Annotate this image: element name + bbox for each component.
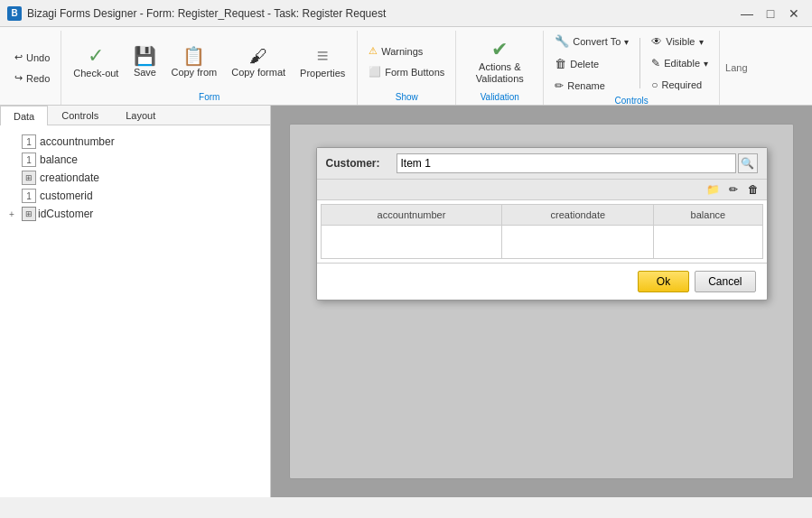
dialog-toolbar: 📁 ✏ 🗑 xyxy=(317,180,767,200)
item-label: balance xyxy=(40,153,78,166)
required-button[interactable]: ○ Required xyxy=(646,75,714,95)
form-canvas: Customer: 🔍 📁 ✏ 🗑 xyxy=(289,124,794,479)
ribbon-section-undoredo: Undo Redo xyxy=(4,31,61,105)
dialog-toolbar-btn3[interactable]: 🗑 xyxy=(745,181,761,198)
dialog-header: Customer: 🔍 xyxy=(317,148,767,180)
ribbon: Undo Redo ✓ Check-out 💾 Save xyxy=(0,27,812,106)
delete-icon: 🗑 xyxy=(555,57,566,70)
grid-table: accountnumber creationdate balance xyxy=(321,204,763,259)
actions-icon: ✔ xyxy=(491,38,508,61)
expander xyxy=(9,191,20,201)
copy-format-icon: 🖌 xyxy=(249,46,267,67)
redo-button[interactable]: Redo xyxy=(9,69,55,88)
checkout-button[interactable]: ✓ Check-out xyxy=(67,40,125,83)
item-label: customerid xyxy=(40,190,93,202)
dialog-search-button[interactable]: 🔍 xyxy=(738,153,758,173)
show-section-label: Show xyxy=(363,92,450,105)
dialog-toolbar-btn2[interactable]: ✏ xyxy=(725,181,742,198)
ribbon-section-lang: Lang xyxy=(720,31,752,105)
ribbon-section-show: ⚠ Warnings ⬜ Form Buttons Show xyxy=(358,31,456,105)
type-icon: ⊞ xyxy=(22,207,36,221)
ribbon-section-form: ✓ Check-out 💾 Save 📋 Copy from 🖌 Copy fo… xyxy=(61,31,358,105)
convert-icon: 🔧 xyxy=(555,34,569,48)
form-buttons-button[interactable]: ⬜ Form Buttons xyxy=(363,62,450,81)
convert-dropdown-icon xyxy=(624,36,629,47)
cell-creationdate xyxy=(502,226,654,259)
dialog-search-input[interactable] xyxy=(397,153,736,173)
convert-to-button[interactable]: 🔧 Convert To xyxy=(549,31,634,51)
tree-area: 1 accountnumber 1 balance ⊞ creationdate… xyxy=(0,125,270,497)
expander-icon: + xyxy=(9,209,20,219)
copy-from-button[interactable]: 📋 Copy from xyxy=(164,41,223,82)
cell-balance xyxy=(654,226,762,259)
actions-button[interactable]: ✔ Actions & Validations xyxy=(462,33,537,89)
rename-icon: ✏ xyxy=(555,79,564,92)
undo-icon xyxy=(14,51,23,63)
title-bar: B Bizagi Forms Designer - Form: Register… xyxy=(0,0,812,27)
list-item[interactable]: 1 balance xyxy=(7,151,263,169)
undo-button[interactable]: Undo xyxy=(9,48,55,67)
form-buttons-icon: ⬜ xyxy=(369,66,381,78)
dialog-box: Customer: 🔍 📁 ✏ 🗑 xyxy=(316,147,768,301)
window-title: Bizagi Forms Designer - Form: Register_R… xyxy=(27,7,736,20)
list-item[interactable]: 1 accountnumber xyxy=(7,133,263,151)
editable-icon: ✎ xyxy=(651,57,660,69)
redo-icon xyxy=(14,72,23,84)
visible-icon: 👁 xyxy=(651,35,662,48)
close-button[interactable]: ✕ xyxy=(783,5,805,22)
dialog-toolbar-btn1[interactable]: 📁 xyxy=(705,181,722,198)
dialog-label: Customer: xyxy=(326,157,389,170)
visible-dropdown-icon xyxy=(699,36,704,47)
form-section-label: Form xyxy=(67,92,351,105)
type-icon: 1 xyxy=(22,189,36,203)
list-item[interactable]: ⊞ creationdate xyxy=(7,169,263,187)
checkout-icon: ✓ xyxy=(88,44,104,68)
ribbon-section-validation: ✔ Actions & Validations Validation xyxy=(456,31,544,105)
list-item[interactable]: 1 customerid xyxy=(7,187,263,205)
dialog-overlay: Customer: 🔍 📁 ✏ 🗑 xyxy=(290,125,793,478)
search-icon: 🔍 xyxy=(741,157,754,170)
expander xyxy=(9,137,20,147)
tab-controls[interactable]: Controls xyxy=(48,106,112,125)
col-accountnumber: accountnumber xyxy=(321,205,502,226)
properties-button[interactable]: ≡ Properties xyxy=(294,40,351,83)
left-panel: Data Controls Layout 1 accountnumber 1 b… xyxy=(0,106,271,497)
minimize-button[interactable]: — xyxy=(736,5,758,22)
warnings-icon: ⚠ xyxy=(369,45,378,57)
copy-format-button[interactable]: 🖌 Copy format xyxy=(225,42,292,82)
tab-data[interactable]: Data xyxy=(0,106,48,125)
required-icon: ○ xyxy=(651,79,658,91)
ok-button[interactable]: Ok xyxy=(638,271,689,292)
warnings-button[interactable]: ⚠ Warnings xyxy=(363,42,450,60)
type-icon: ⊞ xyxy=(22,171,36,185)
type-icon: 1 xyxy=(22,134,36,149)
dialog-input-wrapper: 🔍 xyxy=(397,153,758,173)
item-label: creationdate xyxy=(40,171,99,184)
item-label: accountnumber xyxy=(40,135,115,148)
tab-layout[interactable]: Layout xyxy=(112,106,169,125)
rename-button[interactable]: ✏ Rename xyxy=(549,76,634,96)
delete-button[interactable]: 🗑 Delete xyxy=(549,53,634,74)
lang-label: Lang xyxy=(725,62,747,73)
save-button[interactable]: 💾 Save xyxy=(126,41,163,82)
expander xyxy=(9,173,20,183)
col-balance: balance xyxy=(654,205,762,226)
editable-button[interactable]: ✎ Editable xyxy=(646,53,714,73)
panel-tabs: Data Controls Layout xyxy=(0,106,270,125)
cancel-button[interactable]: Cancel xyxy=(695,271,755,292)
dialog-grid: accountnumber creationdate balance xyxy=(317,200,767,263)
cell-accountnumber xyxy=(321,226,502,259)
maximize-button[interactable]: □ xyxy=(760,5,781,22)
expander xyxy=(9,155,20,165)
copy-from-icon: 📋 xyxy=(182,45,205,67)
properties-icon: ≡ xyxy=(317,44,329,68)
window-controls: — □ ✕ xyxy=(736,5,805,22)
col-creationdate: creationdate xyxy=(502,205,654,226)
dialog-footer: Ok Cancel xyxy=(317,263,767,300)
visible-button[interactable]: 👁 Visible xyxy=(646,32,714,51)
ribbon-section-controls: 🔧 Convert To 🗑 Delete ✏ Rename xyxy=(544,31,720,105)
canvas-area: Customer: 🔍 📁 ✏ 🗑 xyxy=(271,106,812,497)
main-area: Data Controls Layout 1 accountnumber 1 b… xyxy=(0,106,812,497)
list-item[interactable]: + ⊞ idCustomer xyxy=(7,205,263,223)
app-icon: B xyxy=(7,6,22,21)
